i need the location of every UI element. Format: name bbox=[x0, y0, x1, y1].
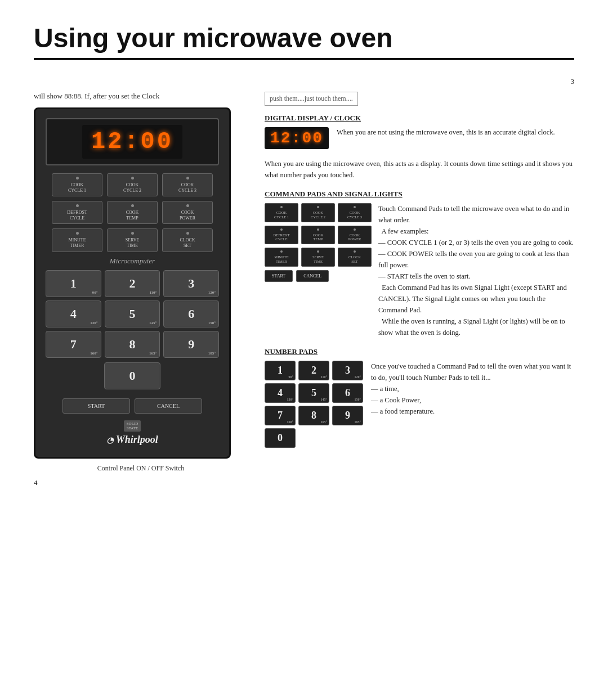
signal-dot-7 bbox=[76, 232, 79, 235]
sp-dot-1 bbox=[280, 206, 283, 208]
num-btn-0[interactable]: 0 bbox=[104, 362, 160, 389]
cmd-small-label-8: SERVETIME bbox=[303, 255, 333, 264]
cmd-cancel-btn[interactable]: CANCEL bbox=[296, 270, 329, 282]
num-small-5[interactable]: 5145° bbox=[298, 383, 329, 403]
num-grid-row2: 4130° 5145° 6150° bbox=[265, 383, 363, 403]
cook-cycle-1-btn[interactable]: COOKCYCLE 1 bbox=[52, 173, 102, 196]
num-small-3[interactable]: 3120° bbox=[332, 361, 363, 380]
num-sub-2: 110° bbox=[149, 290, 157, 295]
cook-power-btn[interactable]: COOKPOWER bbox=[162, 201, 213, 224]
minute-timer-btn[interactable]: MINUTETIMER bbox=[52, 228, 102, 252]
cmd-grid-row1: COOKCYCLE 1 COOKCYCLE 2 COOKCYCLE 3 bbox=[265, 203, 372, 222]
whirlpool-name: Whirlpool bbox=[116, 434, 158, 445]
num-small-6[interactable]: 6150° bbox=[332, 383, 363, 403]
num-btn-1[interactable]: 190° bbox=[46, 270, 101, 297]
num-small-7[interactable]: 7160° bbox=[265, 406, 296, 425]
signal-dot-2 bbox=[131, 177, 134, 180]
cook-cycle-1-label: COOKCYCLE 1 bbox=[55, 182, 100, 193]
solid-state-badge: SOLIDSTATE bbox=[124, 420, 141, 432]
display-text-2: When you are using the microwave oven, t… bbox=[265, 158, 574, 181]
num-small-0[interactable]: 0 bbox=[265, 428, 296, 448]
num-btn-6[interactable]: 6150° bbox=[163, 300, 219, 327]
cmd-start-btn[interactable]: START bbox=[265, 270, 293, 282]
start-button[interactable]: START bbox=[62, 398, 130, 414]
cmd-small-cook2[interactable]: COOKCYCLE 2 bbox=[301, 203, 335, 222]
num-pads-with-text: 190° 2110° 3120° 4130° 5145° 6150° 7160°… bbox=[265, 361, 574, 452]
sub-s-1: 90° bbox=[289, 375, 293, 379]
display-area: 12:00 bbox=[46, 118, 219, 165]
cmd-small-servetime[interactable]: SERVETIME bbox=[301, 248, 335, 267]
cmd-small-clockset[interactable]: CLOCKSET bbox=[338, 248, 372, 267]
sub-s-4: 130° bbox=[287, 398, 293, 401]
digital-display-section: DIGITAL DISPLAY / CLOCK 12:00 When you a… bbox=[265, 114, 574, 181]
serve-time-btn[interactable]: SERVETIME bbox=[107, 228, 158, 252]
logo-area: SOLIDSTATE ◔ Whirlpool bbox=[46, 420, 219, 446]
sub-s-2: 110° bbox=[321, 375, 327, 379]
cmd-grid-row3: MINUTETIMER SERVETIME CLOCKSET bbox=[265, 248, 372, 267]
num-grid-row3: 7160° 8165° 9185° bbox=[265, 406, 363, 425]
intro-text: will show 88:88. If, after you set the C… bbox=[34, 92, 248, 101]
cmd-small-minutetimer[interactable]: MINUTETIMER bbox=[265, 248, 298, 267]
signal-dot-4 bbox=[76, 204, 79, 207]
cook-cycle-2-label: COOKCYCLE 2 bbox=[110, 182, 155, 193]
signal-dot-5 bbox=[131, 204, 134, 207]
num-btn-7[interactable]: 7160° bbox=[46, 331, 101, 358]
cmd-grid-row2: DEFROSTCYCLE COOKTEMP COOKPOWER bbox=[265, 226, 372, 245]
cmd-small-defrost[interactable]: DEFROSTCYCLE bbox=[265, 226, 298, 245]
solid-state-label: SOLIDSTATE bbox=[127, 421, 138, 430]
whirlpool-icon: ◔ bbox=[106, 436, 113, 445]
num-btn-4[interactable]: 4130° bbox=[46, 300, 101, 327]
minute-timer-label: MINUTETIMER bbox=[55, 237, 100, 248]
digital-display-small: 12:00 bbox=[265, 127, 329, 149]
cmd-start-cancel: START CANCEL bbox=[265, 270, 372, 282]
cmd-small-cooktemp[interactable]: COOKTEMP bbox=[301, 226, 335, 245]
num-small-9[interactable]: 9185° bbox=[332, 406, 363, 425]
num-sub-7: 160° bbox=[90, 351, 97, 356]
cmd-row-3: MINUTETIMER SERVETIME CLOCKSET bbox=[46, 228, 219, 252]
num-sub-4: 130° bbox=[90, 321, 97, 325]
num-btn-8[interactable]: 8165° bbox=[105, 331, 160, 358]
sp-dot-4 bbox=[280, 228, 283, 231]
cook-cycle-2-btn[interactable]: COOKCYCLE 2 bbox=[107, 173, 158, 196]
num-btn-2[interactable]: 2110° bbox=[105, 270, 160, 297]
num-btn-5[interactable]: 5145° bbox=[105, 300, 160, 327]
number-pads-section: NUMBER PADS 190° 2110° 3120° 4130° 5145°… bbox=[265, 347, 574, 452]
cmd-row-2: DEFROSTCYCLE COOKTEMP COOKPOWER bbox=[46, 201, 219, 224]
num-btn-9[interactable]: 9185° bbox=[163, 331, 219, 358]
cmd-small-label-3: COOKCYCLE 3 bbox=[339, 210, 370, 219]
page-container: Using your microwave oven 3 will show 88… bbox=[0, 0, 608, 510]
clock-set-btn[interactable]: CLOCKSET bbox=[162, 228, 213, 252]
cook-cycle-3-btn[interactable]: COOKCYCLE 3 bbox=[162, 173, 213, 196]
sp-dot-8 bbox=[317, 250, 319, 253]
cmd-small-cook1[interactable]: COOKCYCLE 1 bbox=[265, 203, 298, 222]
num-small-4[interactable]: 4130° bbox=[265, 383, 296, 403]
cook-temp-btn[interactable]: COOKTEMP bbox=[107, 201, 158, 224]
signal-dot-9 bbox=[186, 232, 189, 235]
num-small-1[interactable]: 190° bbox=[265, 361, 296, 380]
cmd-small-cookpower[interactable]: COOKPOWER bbox=[338, 226, 372, 245]
sub-s-8: 165° bbox=[321, 420, 327, 424]
cook-temp-label: COOKTEMP bbox=[110, 210, 155, 221]
page-title: Using your microwave oven bbox=[34, 23, 574, 53]
signal-dot-6 bbox=[186, 204, 189, 207]
start-cancel-row: START CANCEL bbox=[46, 398, 219, 414]
two-column-layout: will show 88:88. If, after you set the C… bbox=[34, 92, 574, 487]
defrost-cycle-btn[interactable]: DEFROSTCYCLE bbox=[52, 201, 102, 224]
num-sub-8: 165° bbox=[149, 351, 157, 356]
display-text-1: When you are not using the microwave ove… bbox=[337, 128, 555, 136]
num-small-8[interactable]: 8165° bbox=[298, 406, 329, 425]
cmd-small-label-6: COOKPOWER bbox=[339, 233, 370, 242]
num-small-2[interactable]: 2110° bbox=[298, 361, 329, 380]
serve-time-label: SERVETIME bbox=[110, 237, 155, 248]
title-underline bbox=[34, 58, 574, 60]
cancel-button[interactable]: CANCEL bbox=[135, 398, 202, 414]
num-btn-3[interactable]: 3120° bbox=[163, 270, 219, 297]
defrost-cycle-label: DEFROSTCYCLE bbox=[55, 210, 100, 221]
sub-s-6: 150° bbox=[355, 398, 361, 401]
cmd-small-label-9: CLOCKSET bbox=[339, 255, 370, 264]
microwave-panel: 12:00 COOKCYCLE 1 COOKCYCLE 2 COOKCYCLE … bbox=[34, 107, 231, 459]
page-number-right: 3 bbox=[34, 77, 574, 86]
sub-s-3: 120° bbox=[355, 375, 361, 379]
cmd-section-text: Touch Command Pads to tell the microwave… bbox=[378, 203, 574, 338]
cmd-small-cook3[interactable]: COOKCYCLE 3 bbox=[338, 203, 372, 222]
